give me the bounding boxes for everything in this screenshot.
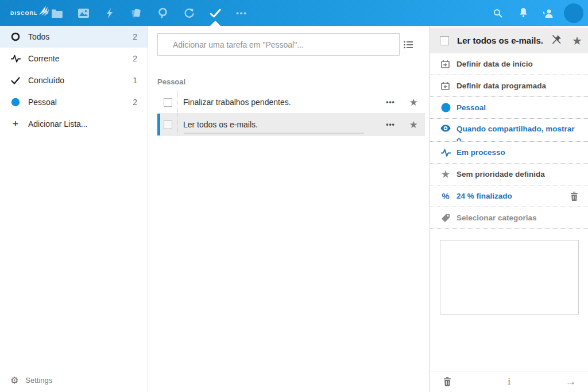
- task-progress-track: [184, 133, 364, 134]
- check-icon: [10, 75, 21, 86]
- task-star-icon[interactable]: ★: [402, 96, 425, 108]
- task-separator: [177, 91, 178, 113]
- avatar[interactable]: [564, 3, 583, 23]
- eye-icon: [440, 125, 451, 132]
- unpin-icon[interactable]: [547, 34, 566, 48]
- task-checkbox[interactable]: [164, 121, 172, 129]
- details-footer: i →: [430, 371, 588, 392]
- row-label: Quando compartilhado, mostrar o evento c…: [457, 123, 580, 142]
- task-list-panel: Pessoal Finalizar trabalhos pendentes. •…: [148, 26, 430, 392]
- top-right-actions: [488, 0, 583, 26]
- sidebar-item-count: 1: [133, 76, 137, 85]
- sidebar-item-label: Todos: [28, 32, 133, 41]
- row-label: Pessoal: [457, 103, 580, 112]
- sync-icon[interactable]: [176, 0, 202, 26]
- task-row[interactable]: Finalizar trabalhos pendentes. ••• ★: [157, 91, 425, 114]
- task-title: Finalizar trabalhos pendentes.: [183, 98, 379, 107]
- details-checkbox[interactable]: [440, 36, 449, 45]
- sidebar-item-concluido[interactable]: Concluído 1: [0, 69, 148, 91]
- gear-icon: ⚙: [10, 375, 18, 386]
- trash-icon[interactable]: [568, 192, 580, 201]
- list-dot-icon: [440, 103, 451, 112]
- star-icon: ★: [440, 169, 451, 180]
- gallery-icon[interactable]: [70, 0, 96, 26]
- sidebar-item-count: 2: [133, 32, 137, 41]
- sidebar-item-todos[interactable]: Todos 2: [0, 26, 148, 48]
- sidebar-item-pessoal[interactable]: Pessoal 2: [0, 91, 148, 113]
- settings-label: Settings: [25, 376, 52, 385]
- row-label: Definir data programada: [457, 81, 580, 90]
- forward-arrow-icon[interactable]: →: [564, 375, 578, 389]
- sidebar-item-count: 2: [133, 54, 137, 63]
- start-date-row[interactable]: Definir data de início: [430, 53, 588, 75]
- tasks-icon[interactable]: [202, 0, 229, 26]
- priority-row[interactable]: ★ Sem prioridade definida: [430, 164, 588, 185]
- settings-button[interactable]: ⚙ Settings: [10, 371, 52, 389]
- row-label: Definir data de início: [457, 60, 580, 68]
- sidebar-item-corrente[interactable]: Corrente 2: [0, 48, 148, 69]
- app-nav: •••: [44, 0, 255, 26]
- visibility-row[interactable]: Quando compartilhado, mostrar o evento c…: [430, 119, 588, 142]
- cards-icon[interactable]: [123, 0, 149, 26]
- trash-icon[interactable]: [440, 375, 454, 389]
- task-details-panel: Ler todos os e-mails. ★: [430, 26, 588, 392]
- calendar-due-icon: [440, 81, 451, 91]
- add-task-input[interactable]: [157, 33, 400, 56]
- task-separator: [177, 114, 178, 135]
- more-apps-icon[interactable]: •••: [229, 0, 255, 26]
- top-bar: DISCORL: [0, 0, 588, 26]
- sidebar-item-label: Concluído: [28, 76, 133, 85]
- logo-text: DISCORL: [10, 10, 38, 16]
- pulse-icon: [440, 148, 451, 157]
- status-row[interactable]: Em processo: [430, 142, 588, 164]
- categories-row[interactable]: Selecionar categorias: [430, 207, 588, 229]
- activity-icon[interactable]: [96, 0, 123, 26]
- task-list: Finalizar trabalhos pendentes. ••• ★ Ler…: [157, 91, 425, 136]
- active-app-pointer: [210, 21, 220, 26]
- sidebar-item-label: Adicionar Lista...: [28, 119, 137, 129]
- task-row-selected[interactable]: Ler todos os e-mails. ••• ★: [157, 114, 425, 136]
- details-star-icon[interactable]: ★: [566, 34, 588, 48]
- pulse-icon: [10, 53, 21, 64]
- loupe-icon[interactable]: [149, 0, 176, 26]
- row-label: Selecionar categorias: [457, 214, 580, 222]
- search-icon[interactable]: [488, 0, 508, 26]
- row-label: Em processo: [457, 148, 580, 157]
- details-header: Ler todos os e-mails. ★: [430, 28, 588, 53]
- list-row[interactable]: Pessoal: [430, 97, 588, 119]
- info-icon[interactable]: i: [502, 375, 516, 389]
- percent-icon: %: [440, 191, 451, 201]
- app-window: DISCORL: [0, 0, 588, 392]
- sidebar-item-label: Corrente: [28, 54, 133, 63]
- task-star-icon[interactable]: ★: [402, 119, 425, 131]
- notes-textarea[interactable]: [440, 240, 579, 315]
- calendar-start-icon: [440, 60, 451, 69]
- tag-icon: [440, 214, 451, 223]
- row-label: 24 % finalizado: [457, 192, 568, 200]
- blue-dot-icon: [10, 97, 21, 107]
- files-icon[interactable]: [44, 0, 70, 26]
- task-more-icon[interactable]: •••: [379, 98, 402, 106]
- details-title: Ler todos os e-mails.: [457, 36, 547, 45]
- task-more-icon[interactable]: •••: [379, 121, 402, 129]
- sidebar-item-label: Pessoal: [28, 98, 133, 107]
- due-date-row[interactable]: Definir data programada: [430, 75, 588, 97]
- task-checkbox[interactable]: [164, 98, 172, 107]
- details-rows: Definir data de início Definir data prog…: [430, 53, 588, 229]
- task-group-label: Pessoal: [157, 77, 185, 86]
- plus-icon: +: [10, 119, 21, 129]
- notifications-bell-icon[interactable]: [513, 0, 533, 26]
- sort-list-icon[interactable]: [402, 38, 415, 51]
- sidebar-item-count: 2: [133, 98, 137, 107]
- sidebar-item-add-list[interactable]: + Adicionar Lista...: [0, 113, 148, 135]
- task-title: Ler todos os e-mails.: [183, 120, 379, 129]
- row-label: Sem prioridade definida: [457, 170, 580, 178]
- sidebar: Todos 2 Corrente 2 Concluído 1 Pessoal 2…: [0, 26, 148, 392]
- progress-row[interactable]: % 24 % finalizado: [430, 185, 588, 207]
- all-circle-icon: [10, 32, 21, 42]
- contacts-icon[interactable]: [539, 0, 558, 26]
